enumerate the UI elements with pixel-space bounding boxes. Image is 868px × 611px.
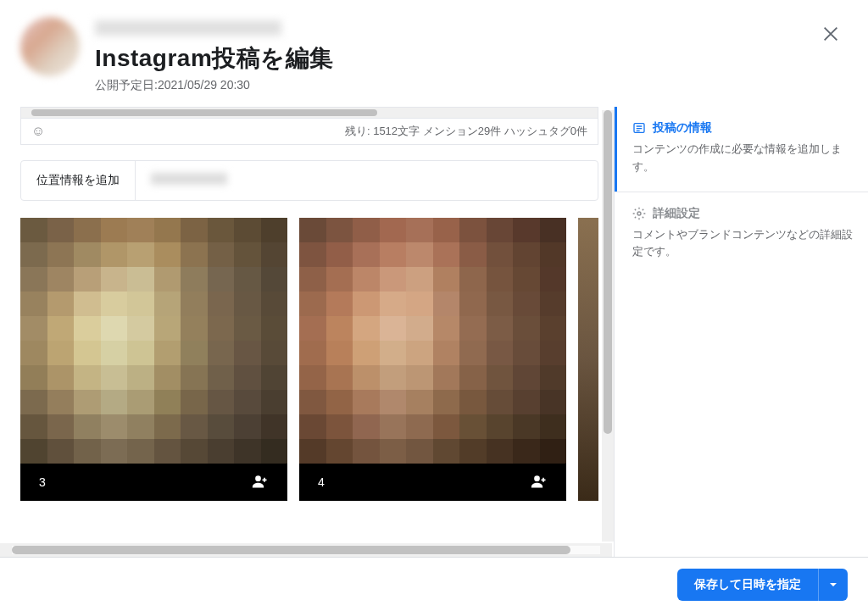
location-value[interactable] [136,161,598,200]
media-card[interactable]: 3 [20,218,287,501]
media-footer-bar: 3 [20,464,287,501]
gear-icon [632,207,646,220]
schedule-info: 公開予定日:2021/05/29 20:30 [95,78,334,93]
sidebar-item-title: 詳細設定 [653,206,700,221]
post-info-icon [632,121,646,135]
tag-people-icon[interactable] [252,473,269,492]
sidebar-item-desc: コメントやブランドコンテンツなどの詳細設定です。 [632,226,853,262]
vertical-scrollbar[interactable] [602,110,614,542]
location-box[interactable]: 位置情報を追加 [20,160,598,201]
media-card[interactable]: 4 [299,218,566,501]
media-grid: 3 4 [20,218,598,501]
svg-point-0 [255,475,261,481]
sidebar-item-desc: コンテンツの作成に必要な情報を追加します。 [632,141,853,176]
account-avatar [20,17,80,76]
account-name-blurred [95,20,281,36]
svg-point-3 [637,212,641,215]
footer-bar: 保存して日時を指定 [0,557,868,611]
schedule-value: 2021/05/29 20:30 [158,78,250,92]
media-index-badge: 4 [318,475,325,489]
location-label: 位置情報を追加 [21,161,136,200]
media-card-partial[interactable] [578,218,598,501]
media-thumbnail-blurred [299,218,566,464]
media-index-badge: 3 [39,475,46,489]
horizontal-scrollbar-bottom[interactable] [0,543,612,557]
emoji-picker-icon[interactable]: ☺ [31,124,45,139]
sidebar-item-title: 投稿の情報 [653,120,712,136]
location-text-blurred [151,173,227,185]
page-title: Instagram投稿を編集 [95,42,334,75]
character-counter: 残り: 1512文字 メンション29件 ハッシュタグ0件 [345,124,587,139]
tag-people-icon[interactable] [531,473,548,492]
caret-down-icon [829,580,837,589]
sidebar-item-advanced[interactable]: 詳細設定 コメントやブランドコンテンツなどの詳細設定です。 [615,192,868,277]
caption-counter-row: ☺ 残り: 1512文字 メンション29件 ハッシュタグ0件 [20,119,598,145]
close-icon [821,25,840,43]
media-thumbnail-blurred [20,218,287,464]
sidebar: 投稿の情報 コンテンツの作成に必要な情報を追加します。 詳細設定 コメントやブラ… [614,107,868,565]
svg-point-1 [534,475,540,481]
media-footer-bar: 4 [299,464,566,501]
horizontal-scrollbar-top[interactable] [20,107,598,119]
save-options-dropdown[interactable] [818,569,848,601]
schedule-label: 公開予定日: [95,78,158,92]
save-schedule-button[interactable]: 保存して日時を指定 [677,569,818,601]
close-button[interactable] [817,20,844,47]
sidebar-item-post-info[interactable]: 投稿の情報 コンテンツの作成に必要な情報を追加します。 [615,107,868,192]
main-column: ☺ 残り: 1512文字 メンション29件 ハッシュタグ0件 位置情報を追加 3 [7,107,614,565]
